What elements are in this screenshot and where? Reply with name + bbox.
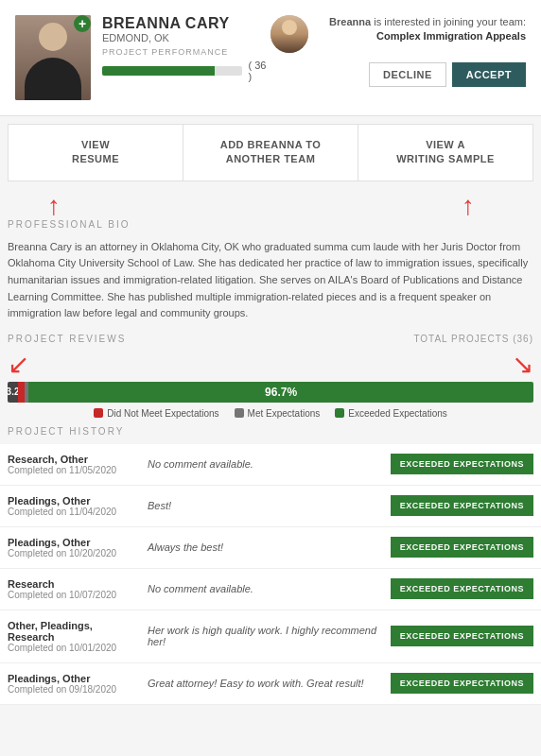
view-writing-sample-button[interactable]: VIEW AWRITING SAMPLE bbox=[358, 125, 532, 180]
view-resume-button[interactable]: VIEWRESUME bbox=[9, 125, 183, 180]
bar-red bbox=[18, 382, 25, 403]
team-avatar bbox=[270, 15, 308, 53]
history-type: Pleadings, Other bbox=[8, 537, 140, 548]
history-comment: Her work is high quality work. I highly … bbox=[148, 625, 383, 647]
history-badge: EXCEEDED EXPECTATIONS bbox=[391, 495, 533, 516]
bio-title: PROFESSIONAL BIO bbox=[8, 219, 533, 230]
history-badge: EXCEEDED EXPECTATIONS bbox=[391, 454, 533, 474]
history-date: Completed on 10/20/2020 bbox=[8, 548, 140, 558]
history-badge: EXCEEDED EXPECTATIONS bbox=[391, 578, 533, 599]
profile-name: BREANNA CARY bbox=[102, 15, 270, 32]
history-date: Completed on 10/07/2020 bbox=[8, 590, 140, 600]
reviews-arrow-left-icon: ↙ bbox=[8, 352, 29, 378]
history-badge: EXCEEDED EXPECTATIONS bbox=[391, 673, 533, 694]
perf-bar-fill bbox=[102, 66, 215, 76]
table-row: Research, Other Completed on 11/05/2020 … bbox=[0, 444, 541, 486]
history-comment: No comment available. bbox=[148, 583, 383, 594]
total-projects: TOTAL PROJECTS (36) bbox=[413, 334, 533, 344]
reviews-arrows-row: ↙ ↘ bbox=[0, 352, 541, 378]
table-row: Pleadings, Other Completed on 11/04/2020… bbox=[0, 486, 541, 527]
action-row: VIEWRESUME ADD BREANNA TOANOTHER TEAM VI… bbox=[8, 124, 533, 181]
history-type: Research, Other bbox=[8, 454, 140, 465]
table-row: Pleadings, Other Completed on 09/18/2020… bbox=[0, 663, 541, 705]
stacked-bar: 3.2 96.7% bbox=[8, 382, 533, 403]
add-to-team-button[interactable]: ADD BREANNA TOANOTHER TEAM bbox=[183, 125, 358, 180]
legend-label-red: Did Not Meet Expectations bbox=[107, 408, 218, 419]
reviews-arrow-right-icon: ↘ bbox=[512, 352, 533, 378]
history-badge: EXCEEDED EXPECTATIONS bbox=[391, 537, 533, 558]
history-left-1: Pleadings, Other Completed on 11/04/2020 bbox=[8, 495, 140, 517]
history-date: Completed on 11/04/2020 bbox=[8, 507, 140, 517]
history-comment: No comment available. bbox=[148, 458, 383, 470]
team-interest: Breanna is interested in joining your te… bbox=[270, 15, 526, 53]
profile-info: BREANNA CARY EDMOND, OK PROJECT PERFORMA… bbox=[102, 15, 270, 82]
legend-dot-red bbox=[94, 408, 103, 418]
profile-location: EDMOND, OK bbox=[102, 32, 270, 43]
history-title: PROJECT HISTORY bbox=[8, 426, 533, 437]
bar-label: 3.2 bbox=[8, 382, 18, 403]
history-type: Pleadings, Other bbox=[8, 495, 140, 507]
perf-label: PROJECT PERFORMANCE bbox=[102, 47, 270, 57]
avatar-wrapper: + bbox=[15, 15, 91, 100]
action-buttons: DECLINE ACCEPT bbox=[369, 62, 526, 87]
history-date: Completed on 11/05/2020 bbox=[8, 465, 140, 475]
legend-label-gray: Met Expectations bbox=[248, 408, 321, 419]
arrow-left-icon: ↑ bbox=[47, 193, 61, 219]
progress-section: 3.2 96.7% Did Not Meet Expectations Met … bbox=[8, 382, 533, 419]
bio-section: PROFESSIONAL BIO Breanna Cary is an atto… bbox=[8, 219, 533, 322]
history-date: Completed on 10/01/2020 bbox=[8, 643, 140, 653]
bar-pct: 96.7% bbox=[265, 386, 297, 399]
arrow-right-icon: ↑ bbox=[462, 193, 475, 219]
history-comment: Best! bbox=[148, 500, 383, 511]
decline-button[interactable]: DECLINE bbox=[369, 62, 446, 87]
history-type: Pleadings, Other bbox=[8, 673, 140, 684]
reviews-header: PROJECT REVIEWS TOTAL PROJECTS (36) bbox=[8, 334, 533, 344]
perf-bar-container: ( 36 ) bbox=[102, 60, 270, 82]
reviews-title: PROJECT REVIEWS bbox=[8, 334, 126, 344]
legend: Did Not Meet Expectations Met Expectatio… bbox=[8, 408, 533, 419]
history-left-3: Research Completed on 10/07/2020 bbox=[8, 578, 140, 600]
perf-bar bbox=[102, 66, 242, 76]
team-interest-mid: is interested in joining your team: bbox=[374, 16, 526, 27]
history-type: Other, Pleadings, Research bbox=[8, 620, 140, 643]
top-card: + BREANNA CARY EDMOND, OK PROJECT PERFOR… bbox=[0, 0, 541, 116]
bio-text: Breanna Cary is an attorney in Oklahoma … bbox=[8, 239, 533, 322]
history-date: Completed on 09/18/2020 bbox=[8, 684, 140, 695]
legend-item-green: Exceeded Expectations bbox=[335, 408, 447, 419]
legend-item-gray: Met Expectations bbox=[235, 408, 321, 419]
team-name: Complex Immigration Appeals bbox=[376, 30, 526, 42]
perf-score: ( 36 ) bbox=[248, 60, 270, 82]
history-left-2: Pleadings, Other Completed on 10/20/2020 bbox=[8, 537, 140, 558]
table-row: Pleadings, Other Completed on 10/20/2020… bbox=[0, 527, 541, 569]
legend-dot-green bbox=[335, 408, 344, 418]
table-row: Other, Pleadings, Research Completed on … bbox=[0, 610, 541, 663]
history-left-4: Other, Pleadings, Research Completed on … bbox=[8, 620, 140, 653]
history-comment: Always the best! bbox=[148, 541, 383, 553]
team-interest-text: Breanna is interested in joining your te… bbox=[316, 15, 526, 44]
profile-left: + BREANNA CARY EDMOND, OK PROJECT PERFOR… bbox=[15, 15, 270, 100]
legend-dot-gray bbox=[235, 408, 244, 418]
table-row: Research Completed on 10/07/2020 No comm… bbox=[0, 569, 541, 610]
history-left-0: Research, Other Completed on 11/05/2020 bbox=[8, 454, 140, 475]
legend-label-green: Exceeded Expectations bbox=[348, 408, 447, 419]
team-interest-name: Breanna bbox=[329, 16, 371, 27]
arrows-row: ↑ ↑ bbox=[0, 193, 541, 219]
history-left-5: Pleadings, Other Completed on 09/18/2020 bbox=[8, 673, 140, 695]
history-comment: Great attorney! Easy to work with. Great… bbox=[148, 678, 383, 689]
stacked-bar-wrapper: 3.2 96.7% bbox=[8, 382, 533, 403]
top-right: Breanna is interested in joining your te… bbox=[270, 15, 526, 87]
legend-item-red: Did Not Meet Expectations bbox=[94, 408, 218, 419]
history-type: Research bbox=[8, 578, 140, 590]
avatar-plus-icon: + bbox=[74, 15, 91, 32]
bar-green: 96.7% bbox=[28, 382, 533, 403]
history-list: Research, Other Completed on 11/05/2020 … bbox=[0, 444, 541, 705]
history-badge: EXCEEDED EXPECTATIONS bbox=[391, 626, 533, 646]
accept-button[interactable]: ACCEPT bbox=[452, 62, 526, 87]
